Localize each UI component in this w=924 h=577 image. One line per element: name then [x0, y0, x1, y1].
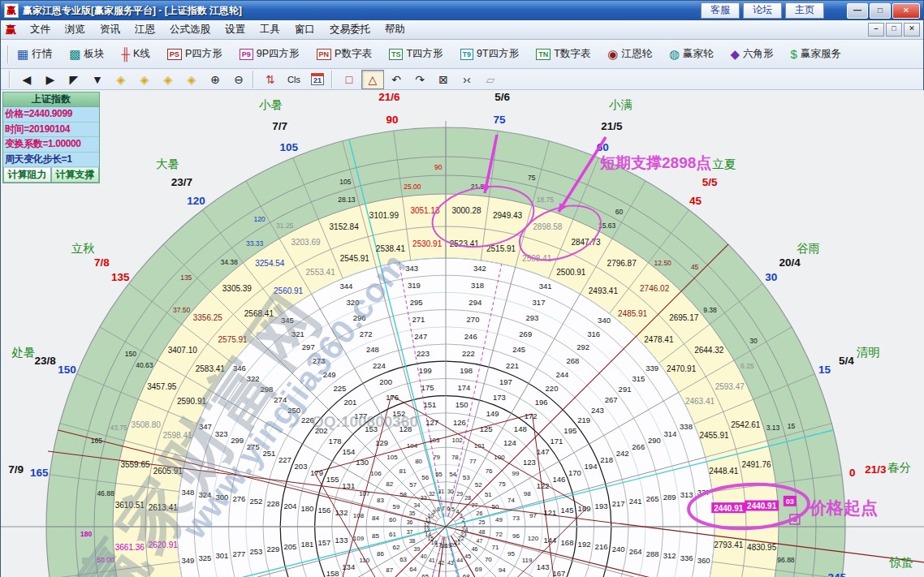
- drawtool-triangle-tool[interactable]: △: [361, 70, 384, 89]
- spiral-number: 170: [568, 468, 581, 477]
- spiral-number: 289: [663, 493, 676, 502]
- menu-浏览[interactable]: 浏览: [58, 21, 93, 38]
- drawtool-pointer-up[interactable]: ◤: [63, 70, 85, 89]
- panel-button-resistance[interactable]: 计算阻力: [3, 167, 51, 183]
- toolbar-9p-square[interactable]: P99P四方形: [236, 45, 303, 63]
- toolbar-service[interactable]: $赢家服务: [788, 45, 844, 63]
- toolbar-quote[interactable]: ▦行情: [14, 45, 55, 63]
- drawtool-shrink[interactable]: ›‹: [456, 70, 478, 89]
- titlebar-button-0[interactable]: 客服: [701, 2, 740, 19]
- spiral-number: 322: [247, 374, 260, 383]
- spiral-number: 175: [421, 383, 434, 392]
- drawtool-rotate-cw[interactable]: ↷: [408, 70, 431, 89]
- date-label: 23/7: [171, 176, 192, 188]
- spiral-number: 64: [409, 566, 417, 573]
- drawtool-calendar[interactable]: 21: [306, 70, 329, 89]
- menu-交易委托[interactable]: 交易委托: [322, 21, 378, 38]
- drawtool-zoom-out[interactable]: ⊖: [227, 70, 250, 89]
- drawtool-rotate-ccw[interactable]: ↶: [385, 70, 408, 89]
- spiral-number: 8: [437, 506, 440, 512]
- spiral-number: 344: [339, 282, 352, 291]
- toolbar-winner-wheel[interactable]: ◍赢家轮: [666, 45, 717, 63]
- menu-工具[interactable]: 工具: [253, 21, 287, 38]
- spiral-number: 321: [291, 329, 304, 338]
- toolbar-p-table[interactable]: PNP数字表: [313, 45, 375, 63]
- drawtool-square-tool[interactable]: □: [338, 70, 361, 89]
- solar-term-label: 清明: [857, 346, 880, 359]
- drawtool-zoom-in[interactable]: ⊕: [204, 70, 227, 89]
- drawtool-diamond-left[interactable]: ◈: [110, 70, 132, 89]
- titlebar-button-2[interactable]: 主页: [785, 2, 824, 19]
- solar-term-label: 小满: [609, 98, 633, 111]
- menu-江恩[interactable]: 江恩: [127, 21, 162, 38]
- spiral-number: 167: [552, 569, 565, 577]
- spiral-number: 97: [529, 512, 537, 519]
- toolbar-kline[interactable]: ╫K线: [118, 45, 153, 63]
- close-button[interactable]: ✕: [892, 3, 920, 19]
- spiral-number: 62: [393, 544, 400, 551]
- spiral-number: 126: [453, 418, 466, 427]
- drawtool-diamond-up[interactable]: ◈: [157, 70, 179, 89]
- gann-wheel-label: 江恩轮: [621, 47, 652, 61]
- price-value: 2575.91: [218, 335, 248, 344]
- mdi-control-1[interactable]: □: [886, 23, 902, 37]
- price-value: 2530.91: [412, 239, 443, 248]
- spiral-number: 272: [360, 329, 373, 338]
- maximize-button[interactable]: □: [870, 3, 891, 19]
- panel-button-support[interactable]: 计算支撑: [51, 167, 99, 183]
- spiral-number: 312: [663, 551, 676, 560]
- spiral-number: 53: [463, 474, 470, 481]
- minimize-button[interactable]: —: [847, 3, 868, 19]
- menu-设置[interactable]: 设置: [218, 21, 253, 38]
- toolbar-hexagon[interactable]: ◆六角形: [727, 45, 776, 63]
- drawtool-next[interactable]: ▶: [39, 70, 62, 89]
- price-value: 3457.95: [147, 382, 177, 391]
- drawtool-diamond-right[interactable]: ◈: [133, 70, 156, 89]
- price-value: 3610.51: [115, 501, 145, 510]
- price-value: 2470.91: [667, 364, 697, 373]
- drawtool-poly-disabled[interactable]: ▱: [479, 70, 502, 89]
- spiral-number: 34: [414, 502, 421, 508]
- 9p-square-icon: P9: [240, 49, 253, 60]
- toolbar-sectors[interactable]: ▩板块: [66, 45, 107, 63]
- spiral-number: 223: [417, 349, 430, 358]
- mdi-control-2[interactable]: ✕: [904, 23, 920, 37]
- menu-窗口[interactable]: 窗口: [287, 21, 322, 38]
- angle-value: 75: [528, 174, 536, 182]
- spiral-number: 336: [680, 553, 693, 562]
- degree-label: 45: [689, 195, 702, 207]
- spiral-number: 72: [495, 531, 503, 538]
- spiral-number: 81: [399, 467, 406, 475]
- mdi-control-0[interactable]: –: [868, 23, 884, 37]
- drawtool-diamond-down[interactable]: ◈: [180, 70, 203, 89]
- drawtool-prev[interactable]: ◀: [15, 70, 38, 89]
- drawtool-cls[interactable]: Cls: [283, 70, 305, 89]
- titlebar-button-1[interactable]: 论坛: [743, 2, 782, 19]
- spiral-number: 32: [429, 491, 435, 497]
- drawtool-box-x[interactable]: ⊠: [432, 70, 455, 89]
- spiral-number: 360: [697, 556, 710, 565]
- spiral-number: 71: [492, 544, 499, 551]
- spiral-number: 110: [359, 557, 369, 564]
- spiral-number: 82: [386, 480, 393, 488]
- spiral-number: 26: [476, 510, 482, 516]
- menu-资讯[interactable]: 资讯: [93, 21, 127, 38]
- toolbar-t-square[interactable]: TST四方形: [386, 45, 447, 63]
- spiral-number: 35: [409, 510, 416, 516]
- gann-wheel[interactable]: 1234567891011121314151617181920212223242…: [1, 90, 924, 577]
- menu-公式选股[interactable]: 公式选股: [162, 21, 218, 38]
- drawtool-updown-arrows[interactable]: ⇅: [259, 70, 282, 89]
- date-label: 5/4: [839, 355, 854, 367]
- toolbar-p-square[interactable]: PSP四方形: [164, 45, 226, 63]
- toolbar-9t-square[interactable]: T99T四方形: [457, 45, 523, 63]
- spiral-number: 291: [619, 385, 632, 394]
- menu-文件[interactable]: 文件: [23, 21, 58, 38]
- toolbar-t-table[interactable]: TNT数字表: [533, 45, 594, 63]
- drawtool-pointer-down[interactable]: ▼: [86, 70, 109, 89]
- toolbar-gann-wheel[interactable]: ◉江恩轮: [604, 45, 655, 63]
- spiral-number: 253: [249, 547, 262, 556]
- menu-帮助[interactable]: 帮助: [378, 21, 412, 38]
- date-label: 21/6: [378, 91, 400, 103]
- spiral-number: 195: [563, 426, 576, 435]
- percent-value: 3.13: [766, 424, 780, 432]
